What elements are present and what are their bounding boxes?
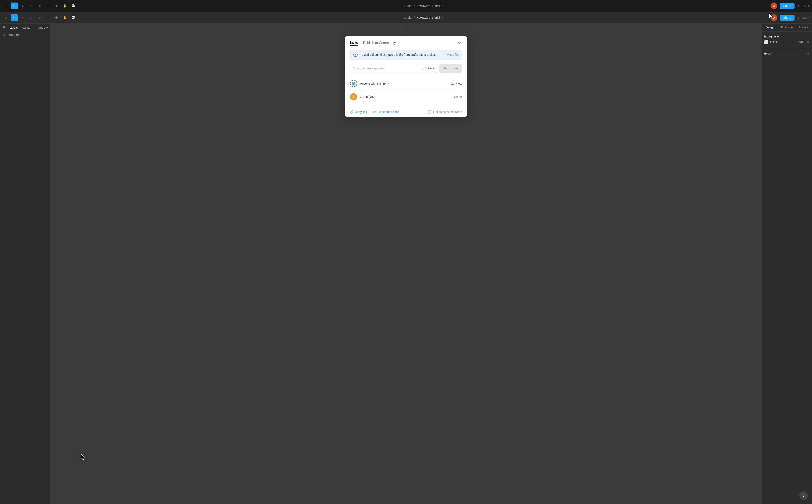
breadcrumb-ghost-chevron[interactable]: ▾	[442, 5, 443, 7]
code-icon: </>	[372, 110, 376, 114]
member-name-link[interactable]: Anyone with the link ▾	[360, 82, 448, 85]
copy-link-button[interactable]: 🔗 Copy link	[350, 110, 367, 114]
member-row-link: 🌐 Anyone with the link ▾ can view	[350, 78, 462, 89]
breadcrumb-ghost-file: NewsCardTutorial	[417, 4, 440, 8]
left-panel-tabs: 🔍 Layers Assets Page 1 ▾	[0, 24, 50, 32]
help-button[interactable]: ?	[799, 491, 808, 500]
divider	[350, 90, 462, 90]
play-button[interactable]: ▷	[797, 15, 800, 20]
main-toolbar: ⊞ ↖ # □ ⌀ T ❋ ✋ 💬 Drafts / NewsCardTutor…	[0, 12, 812, 24]
layer-icon: ≡	[3, 33, 5, 36]
hand-tool[interactable]: ✋	[61, 14, 68, 21]
background-label: Background	[764, 35, 809, 38]
background-swatch[interactable]	[764, 40, 768, 44]
breadcrumb-ghost-drafts: Drafts	[404, 4, 412, 8]
select-tool[interactable]: ↖	[11, 14, 18, 21]
pen-tool[interactable]: ⌀	[36, 14, 43, 21]
globe-icon: 🌐	[350, 80, 357, 87]
components-tool-ghost[interactable]: ❋	[53, 3, 60, 9]
add-export-button[interactable]: +	[807, 51, 809, 56]
text-tool[interactable]: T	[45, 14, 51, 21]
pen-tool-ghost[interactable]: ⌀	[36, 3, 43, 9]
components-tool[interactable]: ❋	[53, 14, 60, 21]
email-input[interactable]	[353, 64, 420, 73]
hand-tool-ghost[interactable]: ✋	[61, 3, 68, 9]
member-name-user: J Doe (You)	[360, 95, 451, 98]
list-item[interactable]: ≡ Hello Card	[0, 32, 50, 38]
frame-tool-ghost[interactable]: #	[19, 3, 26, 9]
tab-prototype[interactable]: Prototype	[779, 24, 795, 31]
copy-link-label: Copy link	[355, 110, 367, 114]
breadcrumb-file[interactable]: NewsCardTutorial	[417, 16, 440, 19]
member-row-user: J J Doe (You) owner	[350, 91, 462, 102]
member-role-user: owner	[454, 95, 462, 98]
toolbar-ghost: ⊞ ↖ # □ ⌀ T ❋ ✋ 💬 Drafts / NewsCardTutor…	[0, 0, 812, 12]
tab-layers[interactable]: Layers	[8, 25, 19, 30]
grid-tool[interactable]: ⊞	[3, 14, 9, 21]
permission-label: can view	[422, 67, 432, 70]
search-icon[interactable]: 🔍	[3, 26, 6, 29]
user-avatar-modal: J	[350, 93, 357, 100]
breadcrumb-chevron[interactable]: ▾	[442, 16, 443, 19]
tab-design[interactable]: Design	[762, 24, 779, 31]
info-text: To add editors, first move this file fro…	[360, 53, 444, 56]
modal-overlay: Invite Publish to Community ✕ i To add e…	[50, 24, 762, 504]
background-opacity[interactable]: 100%	[797, 41, 804, 44]
breadcrumb-ghost-sep: /	[414, 4, 415, 8]
right-panel: Design Prototype Inspect Background E5E5…	[762, 24, 812, 504]
share-button-ghost[interactable]: Share	[780, 3, 794, 9]
tab-invite[interactable]: Invite	[350, 41, 358, 46]
modal-header: Invite Publish to Community ✕	[345, 36, 467, 50]
play-button-ghost[interactable]: ▷	[797, 4, 800, 8]
layer-name: Hello Card	[7, 33, 19, 36]
tab-assets[interactable]: Assets	[20, 25, 32, 30]
info-icon: i	[353, 53, 358, 57]
send-invite-button[interactable]: Send invite	[439, 64, 462, 73]
frame-link-group: Link to selected frame	[428, 110, 462, 114]
member-role-link: can view	[451, 82, 462, 85]
move-file-link[interactable]: Move file	[447, 53, 459, 56]
right-panel-tabs: Design Prototype Inspect	[762, 24, 812, 32]
avatar-ghost: J	[771, 3, 777, 9]
export-section: Export +	[762, 48, 812, 59]
tab-publish[interactable]: Publish to Community	[363, 41, 396, 46]
text-tool-ghost[interactable]: T	[45, 3, 51, 9]
email-input-wrapper: can view ▾	[350, 64, 437, 73]
invite-row: can view ▾ Send invite	[350, 64, 462, 73]
breadcrumb-drafts[interactable]: Drafts	[404, 16, 412, 19]
visibility-icon[interactable]: 👁	[807, 41, 809, 44]
permission-dropdown[interactable]: can view ▾	[422, 67, 435, 70]
permission-chevron-icon: ▾	[433, 67, 435, 70]
share-modal: Invite Publish to Community ✕ i To add e…	[345, 36, 467, 117]
info-banner: i To add editors, first move this file f…	[350, 50, 462, 60]
member-dropdown-icon[interactable]: ▾	[388, 82, 389, 85]
comment-tool[interactable]: 💬	[70, 14, 77, 21]
modal-footer: 🔗 Copy link </> Get embed code Link to s…	[345, 107, 467, 117]
share-button[interactable]: Share	[780, 15, 794, 21]
frame-link-label: Link to selected frame	[433, 110, 462, 114]
tab-inspect[interactable]: Inspect	[795, 24, 812, 31]
shape-tool[interactable]: □	[28, 14, 35, 21]
embed-code-label: Get embed code	[378, 110, 399, 114]
export-label: Export	[764, 52, 772, 55]
frame-link-checkbox[interactable]	[428, 110, 431, 114]
comment-tool-ghost[interactable]: 💬	[70, 3, 77, 9]
zoom-label[interactable]: 100%	[803, 16, 809, 19]
user-avatar: J	[771, 14, 777, 21]
select-tool-ghost[interactable]: ↖	[11, 3, 18, 9]
modal-body: i To add editors, first move this file f…	[345, 50, 467, 107]
page-selector[interactable]: Page 1 ▾	[37, 26, 48, 29]
breadcrumb-sep: /	[414, 16, 415, 20]
link-icon: 🔗	[350, 110, 354, 114]
embed-code-button[interactable]: </> Get embed code	[372, 110, 399, 114]
left-panel: 🔍 Layers Assets Page 1 ▾ ≡ Hello Card	[0, 24, 50, 504]
background-hex[interactable]: E5E5E5	[770, 41, 796, 44]
grid-tool-ghost[interactable]: ⊞	[3, 3, 9, 9]
zoom-ghost[interactable]: 100%	[803, 4, 809, 8]
close-button[interactable]: ✕	[457, 40, 462, 46]
shape-tool-ghost[interactable]: □	[28, 3, 35, 9]
frame-tool[interactable]: #	[19, 14, 26, 21]
background-section: Background E5E5E5 100% 👁	[762, 32, 812, 48]
